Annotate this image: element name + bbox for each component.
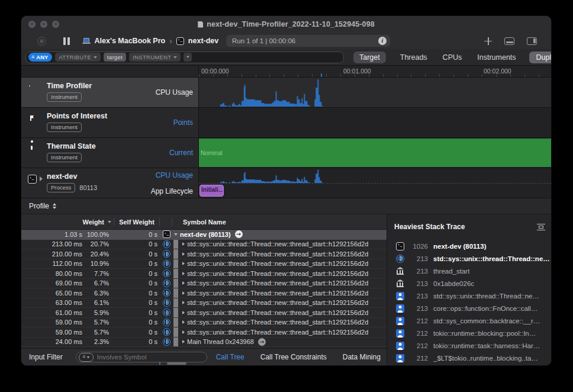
stack-trace-entry[interactable]: 213 thread_start [394,265,551,277]
view-button-cpus[interactable]: CPUs [442,52,463,63]
filter-options-icon[interactable]: ≡ [79,353,94,362]
view-button-instruments[interactable]: Instruments [476,52,517,63]
track-header[interactable]: Time Profiler Instrument CPU Usage [21,78,199,107]
disclosure-icon[interactable] [182,252,185,256]
track-lane-thermal[interactable]: Nominal [199,138,551,168]
stack-trace-entry[interactable]: 212 std::sys_common::backtrace::__r… [394,314,551,327]
stack-trace-entry[interactable]: 213 core::ops::function::FnOnce::call… [394,302,551,314]
disclosure-icon[interactable] [182,242,185,246]
track-points-of-interest[interactable]: Points of Interest Instrument Points [21,108,551,138]
pause-button[interactable] [63,37,70,45]
app-lifecycle-chip[interactable]: Initiali… [199,185,224,197]
call-tree-table-body[interactable]: 1.03 s 100.0% 0 s next-dev (80113) 213.0… [21,230,387,348]
table-row[interactable]: 63.00 ms 6.1% 0 s std::sys::unix::thread… [21,298,387,309]
stack-trace-entry[interactable]: 1026 next-dev (80113) [394,240,551,252]
disclosure-icon[interactable] [182,311,185,314]
minimize-window-icon[interactable] [40,21,47,28]
focus-arrow-icon[interactable] [258,338,266,346]
record-button[interactable] [37,37,46,46]
toggle-bottom-pane-icon[interactable] [504,37,514,45]
scrollbar-thumb[interactable] [167,362,186,365]
track-header[interactable]: next-dev Process 80113 CPU Usage App Lif… [21,168,199,198]
disclosure-chevron-icon[interactable] [40,176,43,181]
column-header-self-weight[interactable]: Self Weight [114,219,159,226]
stack-trace-entry[interactable]: 213 0x1abde026c [394,277,551,290]
ruler-scale[interactable]: 00:00.000 00:01.000 00:02.000 [199,66,551,77]
stack-trace-entry[interactable]: 212 tokio::runtime::task::harness::Har… [394,339,551,352]
target-process-name[interactable]: next-dev [188,37,218,45]
filter-token-target[interactable]: target [104,53,126,62]
duplicate-button[interactable]: Duplicate [529,52,552,63]
filter-match-pill[interactable]: ≡ ANY [28,53,52,62]
disclosure-icon[interactable] [182,320,185,324]
target-breadcrumb[interactable]: Alex's MacBook Pro › next-dev [82,36,219,46]
sort-chevron-icon[interactable] [108,221,111,223]
time-ruler: 00:00.000 00:01.000 00:02.000 [21,66,551,78]
focus-arrow-icon[interactable] [235,230,243,238]
stack-trace-list[interactable]: 1026 next-dev (80113) 213 std::sys::unix… [387,240,551,365]
disclosure-icon[interactable] [182,291,185,295]
table-row[interactable]: 65.00 ms 6.3% 0 s std::sys::unix::thread… [21,288,387,298]
table-row[interactable]: 80.00 ms 7.7% 0 s std::sys::unix::thread… [21,269,387,279]
view-button-threads[interactable]: Threads [399,52,429,63]
track-lane-process[interactable]: Initiali… [199,168,551,198]
disclosure-icon[interactable] [182,262,185,265]
table-row[interactable]: 112.00 ms 10.9% 0 s std::sys::unix::thre… [21,259,387,269]
selector-updown-icon[interactable] [53,203,56,209]
symbol-filter-input[interactable]: ≡ Involves Symbol [76,352,207,362]
table-row[interactable]: 61.00 ms 5.9% 0 s std::sys::unix::thread… [21,308,387,318]
track-lane-cpu-usage[interactable] [199,78,551,107]
process-cpu-chart[interactable] [199,169,551,183]
device-name[interactable]: Alex's MacBook Pro [95,37,166,45]
add-instrument-icon[interactable] [484,37,492,45]
filter-token-wildcard[interactable]: * [184,53,192,62]
info-icon[interactable]: i [378,37,387,45]
table-row[interactable]: 210.00 ms 20.4% 0 s std::sys::unix::thre… [21,249,387,259]
table-row[interactable]: 69.00 ms 6.7% 0 s std::sys::unix::thread… [21,279,387,289]
track-process-next-dev[interactable]: next-dev Process 80113 CPU Usage App Lif… [21,168,551,198]
track-time-profiler[interactable]: Time Profiler Instrument CPU Usage [21,78,551,108]
column-header-symbol-name[interactable]: Symbol Name [183,219,226,226]
cpu-usage-chart[interactable] [199,79,551,107]
stack-trace-entry[interactable]: 213 std::sys::unix::thread::Thread::ne… [394,252,551,265]
table-row[interactable]: 59.00 ms 5.7% 0 s std::sys::unix::thread… [21,318,387,328]
column-header-weight[interactable]: Weight [21,219,104,226]
tab-call-tree-constraints[interactable]: Call Tree Constraints [260,353,327,361]
lane-label: CPU Usage [156,171,193,179]
table-row[interactable]: 1.03 s 100.0% 0 s next-dev (80113) [21,230,387,240]
tab-call-tree[interactable]: Call Tree [216,353,244,361]
table-row[interactable]: 24.00 ms 2.3% 0 s Main Thread 0x243968 [21,338,387,348]
column-divider[interactable] [159,218,160,226]
stack-trace-entry[interactable]: 212 tokio::runtime::blocking::pool::In… [394,327,551,339]
collapse-stack-icon[interactable] [537,224,545,230]
view-button-target[interactable]: Target [353,52,386,63]
toggle-right-pane-icon[interactable] [527,37,537,45]
zoom-window-icon[interactable] [52,21,59,28]
track-header[interactable]: Thermal State Instrument Current [21,138,199,168]
stack-trace-entry[interactable]: 213 std::sys::unix::thread::Thread::ne… [394,290,551,302]
track-header[interactable]: Points of Interest Instrument Points [21,108,199,137]
track-filter-field[interactable]: ≡ ANY ATTRIBUTE target INSTRUMENT * [25,52,344,63]
disclosure-icon[interactable] [182,272,185,275]
horizontal-scrollbar[interactable] [21,362,387,365]
tab-data-mining[interactable]: Data Mining [343,353,381,361]
run-status-display[interactable]: Run 1 of 1 | 00:00:06 i [226,35,390,47]
disclosure-icon[interactable] [182,301,185,304]
stack-trace-entry[interactable]: 212 _$LT$tokio..runtime..blocking..ta… [394,352,551,364]
filter-token-attribute[interactable]: ATTRIBUTE [55,53,101,62]
column-divider[interactable] [172,218,172,226]
table-row[interactable]: 59.00 ms 5.7% 0 s std::sys::unix::thread… [21,327,387,338]
filter-token-instrument[interactable]: INSTRUMENT [129,53,181,62]
disclosure-icon[interactable] [182,340,185,343]
disclosure-icon[interactable] [174,233,178,236]
track-thermal-state[interactable]: Thermal State Instrument Current Nominal [21,138,551,168]
stack-trace-entry[interactable]: 212 tokio::runtime::thread_pool::work… [394,364,551,365]
close-window-icon[interactable] [28,21,36,28]
detail-view-selector[interactable]: Profile [29,202,49,210]
track-lane-points[interactable] [199,108,551,137]
disclosure-icon[interactable] [182,281,185,285]
thermal-state-bar[interactable]: Nominal [199,139,551,167]
table-row[interactable]: 213.00 ms 20.7% 0 s std::sys::unix::thre… [21,240,387,250]
title-bar[interactable]: next-dev_Time-Profiler_2022-11-10_152945… [21,16,551,33]
disclosure-icon[interactable] [182,330,185,334]
